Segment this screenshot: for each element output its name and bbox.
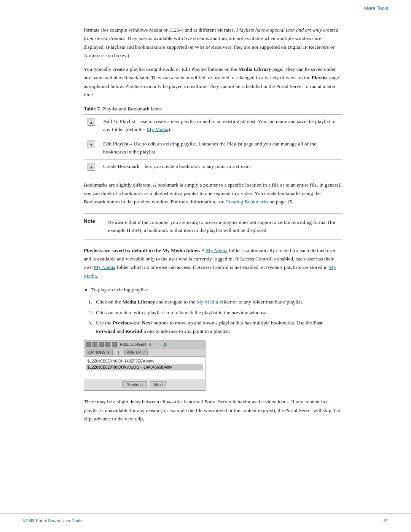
bullet-text: To play an existing playlist: — [91, 286, 148, 294]
playlist-item-1[interactable]: !$L2Z0cCB0ZXN0IDI~149EF5EEA.wmv — [86, 358, 203, 364]
list-text: Click on the Media Library and navigate … — [96, 298, 303, 306]
my-media-link-4[interactable]: My Media — [84, 264, 336, 278]
toolbar-btn-1[interactable] — [86, 342, 91, 347]
icon-cell-add: ▲ — [84, 115, 99, 137]
page-container: More Tools formats (for example Windows … — [0, 0, 411, 532]
footer-page-number: 61 — [384, 518, 388, 523]
previous-button[interactable]: Previous — [122, 381, 147, 388]
numbered-list: 1. Click on the Media Library and naviga… — [84, 298, 342, 335]
toolbar-btn-2[interactable] — [92, 342, 97, 347]
footer-guide-title: VEMS Portal Server User Guide — [23, 518, 83, 523]
preview-nav: Previous Next — [84, 379, 205, 390]
list-number: 3. — [84, 319, 92, 335]
my-media-link-5[interactable]: My Media — [196, 299, 218, 305]
options-arrow: ▼ — [107, 350, 110, 355]
toolbar-btn-3[interactable] — [99, 342, 104, 347]
options-button[interactable]: OPTIONS ▼ — [86, 350, 113, 355]
table-cell-edit-text: Edit Playlist – Use to edit an existing … — [99, 137, 343, 159]
note-text: Be aware that if the computer you are us… — [105, 218, 342, 235]
icon-cell-bookmark: ★ — [84, 159, 99, 174]
table-cell-add-text: Add To Playlist – use to create a new pl… — [99, 115, 343, 137]
preview-window: FULL SCREEN ⊕ —|— 🔊 OPTIONS ▼ | POP-UP ⤢… — [84, 340, 206, 391]
paragraph-2: You typically create a playlist using th… — [84, 65, 342, 99]
bullet-triangle-icon: ▼ — [84, 287, 88, 294]
top-bar: More Tools — [0, 0, 411, 15]
list-item: ▼ To play an existing playlist: — [84, 286, 342, 294]
toolbar-icon: ⊕ — [148, 342, 151, 347]
my-media-link-3[interactable]: My Media — [94, 264, 116, 270]
table-row: ▼ Edit Playlist – Use to edit an existin… — [84, 137, 342, 159]
paragraph-4: Playlists are saved by default in the My… — [84, 246, 342, 280]
toolbar-btn-4[interactable] — [105, 342, 110, 347]
list-text: Click on any item with a playlist icon t… — [96, 308, 267, 317]
edit-playlist-icon: ▼ — [88, 141, 95, 148]
table-cell-bookmark-text: Create Bookmark – lets you create a book… — [99, 159, 343, 174]
fullscreen-label: FULL SCREEN — [120, 342, 146, 347]
playlist-area: !$L2Z0cCB0ZXN0IDI~149EF5EEA.wmv !$L2Z0cC… — [84, 357, 205, 379]
page-footer: VEMS Portal Server User Guide 61 — [0, 513, 411, 523]
add-playlist-icon: ▲ — [88, 118, 95, 126]
icon-table: ▲ Add To Playlist – use to create a new … — [84, 114, 342, 174]
more-tools-link[interactable]: More Tools — [364, 5, 388, 11]
toolbar-btn-5[interactable] — [112, 342, 117, 347]
creating-bookmarks-link[interactable]: Creating Bookmarks — [226, 199, 268, 204]
list-item: 3. Use the Previous and Next buttons to … — [84, 319, 342, 335]
popup-icon: ⤢ — [142, 350, 145, 355]
list-text: Use the Previous and Next buttons to mov… — [96, 319, 342, 335]
toolbar-separator: —|— — [153, 342, 162, 347]
bullet-list: ▼ To play an existing playlist: — [84, 286, 342, 294]
list-number: 2. — [84, 308, 92, 317]
preview-options-bar: OPTIONS ▼ | POP-UP ⤢ — [84, 348, 205, 357]
next-button[interactable]: Next — [150, 381, 167, 388]
my-media-link-1[interactable]: My Media — [147, 126, 169, 132]
note-label: Note — [84, 218, 105, 235]
popup-button[interactable]: POP-UP ⤢ — [124, 350, 148, 355]
separator: | — [118, 350, 119, 355]
table-caption: Table 7. Playlist and Bookmark Icons — [84, 106, 342, 112]
playlist-item-2[interactable]: !$L2Z0cCB0ZXN0IDUNy0wOQ~~14A046658.wmv — [86, 364, 203, 371]
preview-toolbar: FULL SCREEN ⊕ —|— 🔊 — [84, 341, 205, 348]
list-number: 1. — [84, 298, 92, 306]
list-item: 2. Click on any item with a playlist ico… — [84, 308, 342, 317]
playlist-spacer — [86, 371, 203, 377]
table-row: ▲ Add To Playlist – use to create a new … — [84, 115, 342, 137]
main-content: formats (for example Windows Media or H.… — [23, 15, 388, 444]
icon-cell-edit: ▼ — [84, 137, 99, 159]
my-media-link-2[interactable]: My Media — [206, 248, 228, 253]
note-box: Note Be aware that if the computer you a… — [84, 213, 342, 240]
volume-icon[interactable]: 🔊 — [163, 342, 168, 347]
list-item: 1. Click on the Media Library and naviga… — [84, 298, 342, 306]
paragraph-1: formats (for example Windows Media or H.… — [84, 26, 342, 60]
create-bookmark-icon: ★ — [88, 163, 95, 171]
paragraph-3: Bookmarks are slightly different. A book… — [84, 181, 342, 206]
paragraph-5: There may be a slight delay between clip… — [84, 398, 342, 423]
table-row: ★ Create Bookmark – lets you create a bo… — [84, 159, 342, 174]
